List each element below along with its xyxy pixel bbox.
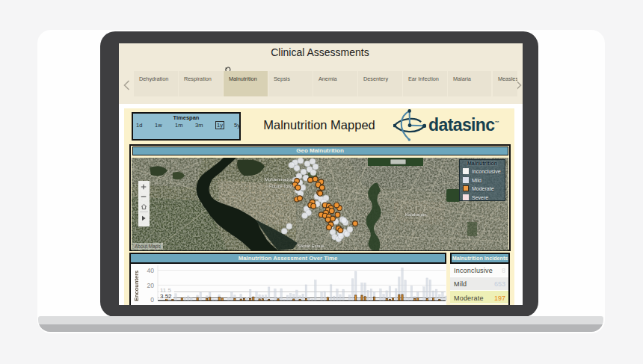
svg-text:3.52: 3.52 bbox=[160, 292, 172, 299]
